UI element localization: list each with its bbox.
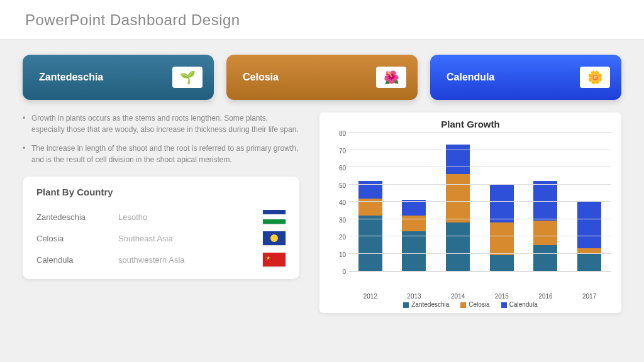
y-tick: 10	[339, 251, 346, 258]
region-name: southwestern Asia	[118, 255, 263, 265]
x-tick: 2017	[577, 293, 601, 300]
y-tick: 20	[339, 234, 346, 241]
flag-icon-asean	[263, 231, 286, 245]
region-name: Southeast Asia	[118, 234, 263, 243]
x-tick: 2014	[446, 293, 470, 300]
left-column: Growth in plants occurs as the stems and…	[23, 112, 299, 313]
lower-row: Growth in plants occurs as the stems and…	[23, 112, 621, 313]
page-title: PowerPoint Dashboard Design	[25, 11, 619, 29]
chart-title: Plant Growth	[330, 119, 611, 129]
table-row: Calendula southwestern Asia ★	[36, 249, 286, 270]
panel-title: Plant By Country	[36, 187, 286, 197]
card-celosia[interactable]: Celosia 🌺	[226, 55, 418, 100]
card-calendula[interactable]: Calendula 🌼	[430, 55, 621, 100]
card-label: Zantedeschia	[39, 72, 103, 83]
bar-segment	[577, 202, 601, 248]
card-label: Celosia	[243, 72, 279, 83]
x-tick: 2016	[533, 293, 557, 300]
chart-legend: ZantedeschiaCelosiaCalendula	[330, 301, 611, 308]
chart-grid	[348, 133, 611, 272]
chart-panel: Plant Growth 01020304050607080 201220132…	[319, 112, 621, 313]
bar-2012	[358, 181, 382, 271]
bar-segment	[446, 222, 470, 271]
plant-name: Celosia	[36, 234, 118, 243]
bar-segment	[402, 231, 426, 271]
flower-icon: 🌼	[580, 67, 610, 88]
table-row: Zantedeschia Lesotho	[36, 206, 286, 228]
legend-item: Celosia	[460, 301, 489, 308]
description-bullets: Growth in plants occurs as the stems and…	[23, 112, 299, 165]
main-content: Zantedeschia 🌱 Celosia 🌺 Calendula 🌼 Gro…	[0, 40, 644, 319]
bar-2016	[533, 181, 557, 271]
bar-segment	[533, 221, 557, 245]
bar-segment	[533, 245, 557, 271]
y-tick: 0	[342, 268, 346, 275]
bar-segment	[490, 185, 514, 223]
bar-2014	[446, 145, 470, 271]
y-tick: 70	[339, 147, 346, 154]
plant-by-country-panel: Plant By Country Zantedeschia Lesotho Ce…	[23, 177, 299, 279]
bar-segment	[490, 222, 514, 255]
y-tick: 50	[339, 182, 346, 189]
x-tick: 2015	[490, 293, 514, 300]
y-tick: 80	[339, 130, 346, 137]
legend-item: Calendula	[501, 301, 538, 308]
chart-x-axis: 201220132014201520162017	[330, 293, 611, 300]
bullet-item: The increase in length of the shoot and …	[23, 143, 299, 165]
summary-cards: Zantedeschia 🌱 Celosia 🌺 Calendula 🌼	[23, 55, 621, 100]
card-zantedeschia[interactable]: Zantedeschia 🌱	[23, 55, 214, 100]
legend-item: Zantedeschia	[403, 301, 449, 308]
bar-2017	[577, 202, 601, 271]
y-tick: 60	[339, 165, 346, 172]
flag-icon-china: ★	[263, 253, 286, 266]
plant-name: Calendula	[36, 255, 118, 265]
table-row: Celosia Southeast Asia	[36, 228, 286, 249]
chart-bars	[348, 133, 611, 271]
y-tick: 30	[339, 216, 346, 223]
bullet-item: Growth in plants occurs as the stems and…	[23, 112, 299, 135]
flower-icon: 🌱	[172, 67, 203, 88]
bar-2015	[490, 185, 514, 272]
chart-y-axis: 01020304050607080	[330, 133, 348, 272]
y-tick: 40	[339, 199, 346, 206]
flower-icon: 🌺	[376, 67, 406, 88]
flag-icon-lesotho	[263, 210, 286, 224]
plant-name: Zantedeschia	[36, 212, 118, 222]
x-tick: 2012	[358, 293, 382, 300]
bar-segment	[446, 174, 470, 222]
chart-plot-area: 01020304050607080	[330, 133, 611, 290]
x-tick: 2013	[402, 293, 426, 300]
bar-segment	[358, 216, 382, 271]
card-label: Calendula	[447, 72, 494, 83]
bar-segment	[402, 200, 426, 216]
bar-segment	[577, 254, 601, 272]
region-name: Lesotho	[118, 212, 263, 222]
bar-segment	[490, 255, 514, 271]
page-header: PowerPoint Dashboard Design	[0, 0, 644, 40]
